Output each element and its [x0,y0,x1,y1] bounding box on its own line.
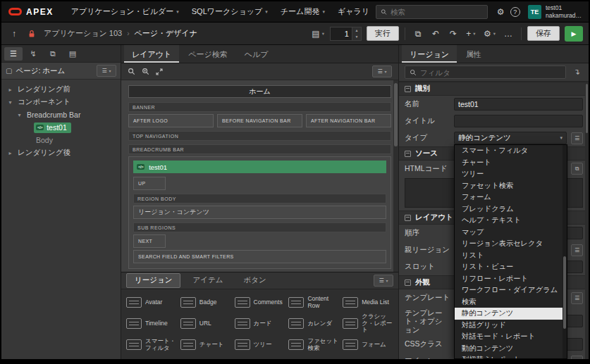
gallery-item[interactable] [288,356,339,359]
gallery-item[interactable]: フォーム [343,334,393,355]
dropdown-option[interactable]: ツリー [455,168,567,180]
tree-item[interactable]: ▾ Breadcrumb Bar [1,108,121,121]
gallery-item[interactable] [343,356,393,359]
global-search-input[interactable] [391,8,483,16]
title-input[interactable] [454,115,583,127]
topbar-menu-item[interactable]: チーム開発 ▾ [274,1,331,23]
type-quickpick-button[interactable]: ☰ [571,132,583,144]
dropdown-option[interactable]: ヘルプ・テキスト [455,215,567,227]
gallery-menu-button[interactable]: ☰ ▾ [374,275,393,287]
dropdown-option[interactable]: ファセット検索 [455,180,567,192]
filter-goto-button[interactable]: ↴ [570,66,583,79]
tree-disclosure-icon[interactable]: ▾ [16,112,23,118]
section-identification[interactable]: 識別 [399,82,589,96]
dropdown-option[interactable]: スマート・フィルタ [455,145,567,157]
gallery-item[interactable]: Badge [180,292,231,313]
center-tab[interactable]: レイアウト [124,45,179,63]
dropdown-option[interactable]: 対話グリッド [455,320,567,332]
page-number-input[interactable] [330,27,352,41]
tree-disclosure-icon[interactable]: ▸ [7,87,13,93]
undo-button[interactable]: ↶ [429,26,443,42]
help-button[interactable]: ? [508,1,522,23]
expand-button[interactable] [156,68,163,75]
icon-picker-button[interactable]: ▾ [571,356,583,359]
lock-button[interactable] [25,26,39,42]
gallery-item[interactable]: カレンダ [288,313,339,334]
create-menu-button[interactable]: + ▾ [464,26,478,42]
template-picker-button[interactable]: ☰ [571,292,583,304]
dropdown-option[interactable]: リスト・ビュー [455,261,567,273]
up-slot[interactable]: UP [133,177,166,190]
dropdown-option[interactable]: 列切替えレポート [455,354,567,359]
center-tab[interactable]: ヘルプ [237,45,276,63]
tree-item[interactable]: Body [1,134,121,146]
stepper-down-icon[interactable]: ▼ [352,34,361,40]
left-tab-icon[interactable]: ▤ [63,47,82,61]
gallery-item[interactable]: カード [235,313,285,334]
top-navigation-slot[interactable]: TOP NAVIGATION [128,131,391,141]
left-tab-icon[interactable]: ☰ [4,47,23,61]
dropdown-option[interactable]: 動的コンテンツ [455,343,567,355]
parent-region-picker-button[interactable]: ☰ [571,244,583,256]
code-editor-button[interactable]: ⧉ [571,163,583,175]
sub-regions-slot[interactable]: SUB REGIONS [133,222,386,232]
dropdown-option[interactable]: ブレッドクラム [455,203,567,215]
layout-menu-button[interactable]: ☰ ▾ [372,65,392,77]
name-input[interactable] [454,98,583,111]
topbar-menu-item[interactable]: アプリケーション・ビルダー ▾ [65,1,185,23]
tree-item[interactable]: ▾ コンポーネント [1,96,121,108]
tree-menu-button[interactable]: ☰ ▾ [97,65,116,77]
gallery-tab[interactable]: アイテム [184,273,231,288]
gallery-item[interactable] [126,356,177,359]
export-button[interactable]: ⧉ [411,26,425,42]
breadcrumb-app[interactable]: アプリケーション 103 [44,28,122,39]
gallery-item[interactable]: Comments [235,292,285,313]
gallery-item[interactable]: Avatar [126,292,177,313]
zoom-in-button[interactable] [142,68,149,75]
next-slot[interactable]: NEXT [133,234,166,248]
layout-search-button[interactable] [128,68,135,75]
tree-item[interactable]: ▸ レンダリング前 [1,83,121,96]
dropdown-option[interactable]: 検索 [455,296,567,308]
dropdown-option[interactable]: ワークフロー・ダイアグラム [455,284,567,296]
layout-slot[interactable]: BEFORE NAVIGATION BAR [217,114,302,127]
region-content-slot[interactable]: リージョン・コンテンツ [133,206,386,219]
apex-logo[interactable]: APEX [8,7,54,17]
run-page-button[interactable]: 実行 [367,26,399,41]
gallery-item[interactable]: Media List [343,292,393,313]
property-filter[interactable] [405,65,566,79]
tree-item[interactable]: ▸ レンダリング後 [1,146,121,159]
left-tab-icon[interactable]: ↯ [24,47,42,61]
property-tab[interactable]: リージョン [402,45,457,63]
gallery-item[interactable]: URL [180,313,231,334]
dropdown-scrollbar[interactable] [563,145,567,358]
page-title-block[interactable]: ホーム [128,85,391,98]
tree-disclosure-icon[interactable]: ▸ [7,150,13,156]
gallery-item[interactable]: スマート・フィルタ [126,334,177,355]
user-meta[interactable]: test01 nakamurad… [546,4,582,19]
gallery-item[interactable]: ファセット検索 [288,334,339,355]
page-selector-button[interactable]: ▤ ▾ [309,26,326,42]
global-search[interactable] [376,5,488,19]
gallery-tab[interactable]: リージョン [126,273,180,288]
gallery-item[interactable]: クラシック・レポート [343,313,393,334]
utilities-menu-button[interactable]: ⚙ ▾ [481,26,498,42]
search-field-slot[interactable]: SEARCH FIELD AND SMART FILTERS [133,250,386,263]
dropdown-option[interactable]: チャート [455,157,567,169]
dropdown-option[interactable]: 対話モード・レポート [455,331,567,343]
layout-slot[interactable]: AFTER LOGO [128,114,214,127]
gallery-item[interactable] [180,356,231,359]
property-scrollbar[interactable] [585,82,589,359]
dropdown-option[interactable]: フォーム [455,192,567,203]
canvas-scrollbar[interactable] [393,80,398,272]
dropdown-option[interactable]: マップ [455,227,567,239]
more-actions-button[interactable]: … [501,26,515,42]
gallery-item[interactable] [235,356,285,359]
stepper-up-icon[interactable]: ▲ [352,27,361,34]
region-body-slot[interactable]: REGION BODY [133,194,386,203]
left-tab-icon[interactable]: ⧉ [44,47,62,61]
type-select[interactable]: 静的コンテンツ ▾ [454,132,567,144]
selected-region-test01[interactable]: </> test01 [133,161,386,173]
dropdown-option[interactable]: リフロー・レポート [455,273,567,285]
admin-icon[interactable]: ⚙ [493,1,508,23]
